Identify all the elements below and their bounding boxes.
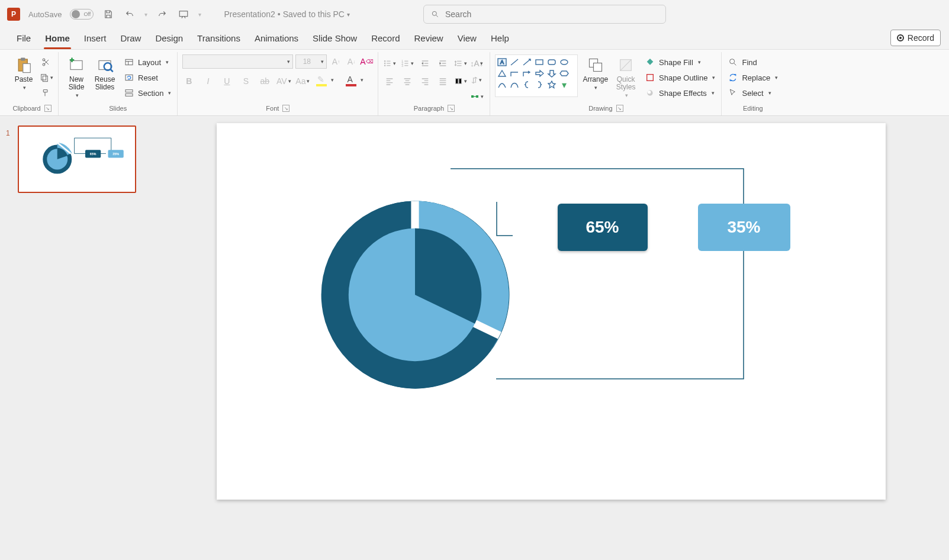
section-button[interactable]: Section▾ [123,86,172,99]
elbow-arrow-icon[interactable] [522,69,532,78]
pie-chart[interactable] [317,197,513,392]
slide-stage[interactable]: 65% 35% [153,117,949,560]
record-button-label: Record [908,33,934,43]
slide-thumbnail-1[interactable]: 65% 35% [18,125,136,193]
star-shape-icon[interactable] [546,80,557,89]
slide-thumbnails-panel[interactable]: 1 65% 35% [0,117,153,560]
new-slide-button[interactable]: New Slide ▾ [63,54,89,99]
left-brace-icon[interactable] [522,80,532,89]
font-size-box[interactable]: 18▾ [295,54,327,69]
layout-label: Layout [138,58,161,67]
strikethrough-button[interactable]: ab [258,75,271,88]
arrange-button[interactable]: Arrange▾ [580,54,610,92]
dialog-launcher-icon[interactable]: ↘ [44,105,52,112]
present-from-beginning-icon[interactable] [177,8,190,21]
right-arrow-icon[interactable] [534,69,545,78]
justify-icon[interactable] [436,75,449,88]
tab-review[interactable]: Review [407,28,451,49]
dialog-launcher-icon[interactable]: ↘ [282,105,289,112]
bold-button[interactable]: B [182,75,195,88]
text-direction-icon[interactable]: ↕A▾ [469,57,484,70]
format-painter-icon[interactable] [39,86,53,99]
font-color-button[interactable]: A▾ [345,75,358,88]
reuse-slides-button[interactable]: Reuse Slides [92,54,118,92]
paste-button[interactable]: Paste▾ [11,54,37,92]
callout-65[interactable]: 65% [558,204,648,251]
replace-button[interactable]: Replace▾ [726,71,779,84]
align-text-icon[interactable]: ⇵▾ [469,73,484,86]
curve-shape-icon[interactable] [497,80,507,89]
search-box[interactable] [423,5,666,24]
tab-animations[interactable]: Animations [247,28,305,49]
rectangle-shape-icon[interactable] [534,57,545,67]
decrease-indent-icon[interactable] [419,57,432,70]
align-left-icon[interactable] [383,75,396,88]
layout-button[interactable]: Layout▾ [123,56,172,69]
convert-smartart-icon[interactable]: ▾ [469,90,484,103]
callout-35[interactable]: 35% [698,204,790,251]
dialog-launcher-icon[interactable]: ↘ [616,105,623,112]
freeform-shape-icon[interactable] [509,80,520,89]
shape-effects-button[interactable]: Shape Effects▾ [644,86,716,99]
select-button[interactable]: Select▾ [726,86,779,99]
tab-home[interactable]: Home [38,28,77,49]
character-spacing-icon[interactable]: AV▾ [277,75,290,88]
line-spacing-icon[interactable]: ▾ [454,57,467,70]
search-input[interactable] [445,9,658,19]
gallery-more-icon[interactable]: ▾ [559,80,570,89]
qat-customize-icon[interactable]: ▾ [198,11,201,18]
numbering-icon[interactable]: 123▾ [401,57,414,70]
triangle-shape-icon[interactable] [497,69,507,78]
tab-record[interactable]: Record [364,28,407,49]
tab-transitions[interactable]: Transitions [190,28,247,49]
shape-outline-button[interactable]: Shape Outline▾ [644,71,716,84]
tab-file[interactable]: File [9,28,38,49]
rounded-rect-shape-icon[interactable] [546,57,557,67]
oval-shape-icon[interactable] [559,57,570,67]
decrease-font-icon[interactable]: A↓ [345,55,358,68]
quick-styles-button[interactable]: Quick Styles▾ [613,54,639,99]
camera-record-button[interactable]: Record [890,30,941,46]
shape-fill-button[interactable]: Shape Fill▾ [644,56,716,69]
find-button[interactable]: Find [726,56,779,69]
italic-button[interactable]: I [201,75,214,88]
columns-icon[interactable]: ▾ [454,75,467,88]
align-center-icon[interactable] [401,75,414,88]
elbow-connector-icon[interactable] [509,69,520,78]
tab-insert[interactable]: Insert [77,28,114,49]
textbox-shape-icon[interactable]: A [497,57,507,67]
font-name-box[interactable]: ▾ [182,54,293,69]
line-arrow-shape-icon[interactable] [522,57,532,67]
dialog-launcher-icon[interactable]: ↘ [448,105,455,112]
redo-icon[interactable] [156,8,169,21]
autosave-toggle[interactable]: Off [70,9,94,20]
align-right-icon[interactable] [419,75,432,88]
slide-canvas[interactable]: 65% 35% [217,123,886,500]
reset-button[interactable]: Reset [123,71,172,84]
save-icon[interactable] [102,8,115,21]
tab-help[interactable]: Help [484,28,516,49]
clear-formatting-icon[interactable]: A⌫ [360,55,373,68]
copy-icon[interactable]: ▾ [39,71,53,84]
cut-icon[interactable] [39,56,53,69]
highlight-color-button[interactable]: ✎▾ [315,75,328,88]
tab-draw[interactable]: Draw [113,28,148,49]
change-case-icon[interactable]: Aa▾ [296,75,309,88]
line-shape-icon[interactable] [509,57,520,67]
tab-view[interactable]: View [451,28,484,49]
down-arrow-icon[interactable] [546,69,557,78]
right-brace-icon[interactable] [534,80,545,89]
underline-button[interactable]: U [220,75,233,88]
slides-group-label: Slides [109,105,127,112]
bullets-icon[interactable]: ▾ [383,57,396,70]
hexagon-shape-icon[interactable] [559,69,570,78]
tab-design[interactable]: Design [148,28,190,49]
undo-dropdown-icon[interactable]: ▾ [144,11,147,18]
tab-slideshow[interactable]: Slide Show [305,28,364,49]
increase-indent-icon[interactable] [436,57,449,70]
document-title[interactable]: Presentation2 • Saved to this PC ▾ [224,9,350,19]
increase-font-icon[interactable]: A↑ [329,55,342,68]
shapes-gallery[interactable]: A ▾ [495,54,578,97]
undo-icon[interactable] [123,8,136,21]
shadow-button[interactable]: S [239,75,252,88]
